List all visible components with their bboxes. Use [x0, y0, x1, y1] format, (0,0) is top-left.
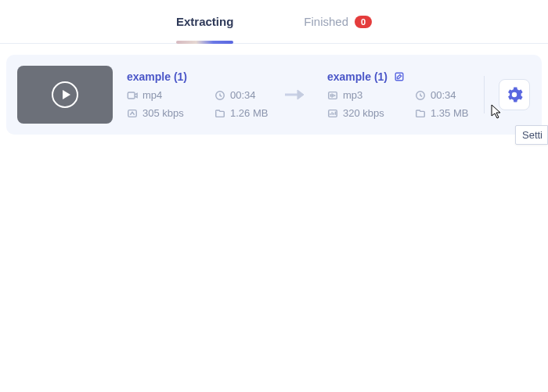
- source-bitrate-value: 305 kbps: [142, 107, 184, 119]
- conversion-item: example (1) mp4 00:34 305 kbps 1.26 MB: [6, 55, 542, 135]
- target-duration: 00:34: [415, 89, 478, 101]
- source-info: example (1) mp4 00:34 305 kbps 1.26 MB: [127, 70, 276, 119]
- svg-rect-2: [128, 110, 137, 117]
- target-format-value: mp3: [343, 89, 362, 101]
- svg-rect-0: [128, 92, 135, 99]
- source-filename: example (1): [127, 70, 187, 83]
- folder-icon: [215, 108, 225, 119]
- source-duration: 00:34: [215, 89, 277, 101]
- tab-bar: Extracting Finished 0: [0, 0, 548, 44]
- settings-button[interactable]: [499, 79, 530, 110]
- gauge-icon: [127, 108, 138, 119]
- video-icon: [127, 90, 138, 101]
- source-format-value: mp4: [142, 89, 162, 101]
- finished-count-badge: 0: [355, 16, 372, 28]
- clock-icon: [415, 90, 426, 101]
- audio-icon: [327, 90, 338, 101]
- source-format: mp4: [127, 89, 189, 101]
- target-size-value: 1.35 MB: [431, 107, 468, 119]
- source-duration-value: 00:34: [230, 89, 256, 101]
- bitrate-icon: [327, 108, 338, 119]
- settings-tooltip: Setti: [515, 125, 548, 145]
- source-size: 1.26 MB: [215, 107, 277, 119]
- target-format: mp3: [327, 89, 390, 101]
- tab-extracting-label: Extracting: [176, 15, 233, 28]
- svg-rect-4: [329, 92, 337, 99]
- svg-rect-3: [395, 73, 403, 81]
- video-thumbnail[interactable]: [17, 66, 113, 124]
- target-bitrate-value: 320 kbps: [343, 107, 384, 119]
- folder-icon: [415, 108, 426, 119]
- tab-extracting[interactable]: Extracting: [176, 0, 233, 43]
- target-size: 1.35 MB: [415, 107, 478, 119]
- play-icon: [52, 81, 78, 108]
- tab-finished[interactable]: Finished 0: [304, 0, 372, 43]
- arrow-icon: [283, 88, 305, 102]
- target-duration-value: 00:34: [431, 89, 456, 101]
- divider: [484, 76, 485, 113]
- tab-underline: [176, 41, 233, 44]
- tab-finished-label: Finished: [304, 15, 348, 28]
- source-size-value: 1.26 MB: [230, 107, 268, 119]
- source-bitrate: 305 kbps: [127, 107, 189, 119]
- gear-icon: [506, 86, 523, 103]
- target-filename: example (1): [327, 70, 388, 83]
- clock-icon: [215, 90, 225, 101]
- target-info: example (1) mp3 00:34 320 kbps 1.35 MB: [327, 70, 476, 119]
- edit-icon[interactable]: [394, 71, 405, 82]
- target-bitrate: 320 kbps: [327, 107, 390, 119]
